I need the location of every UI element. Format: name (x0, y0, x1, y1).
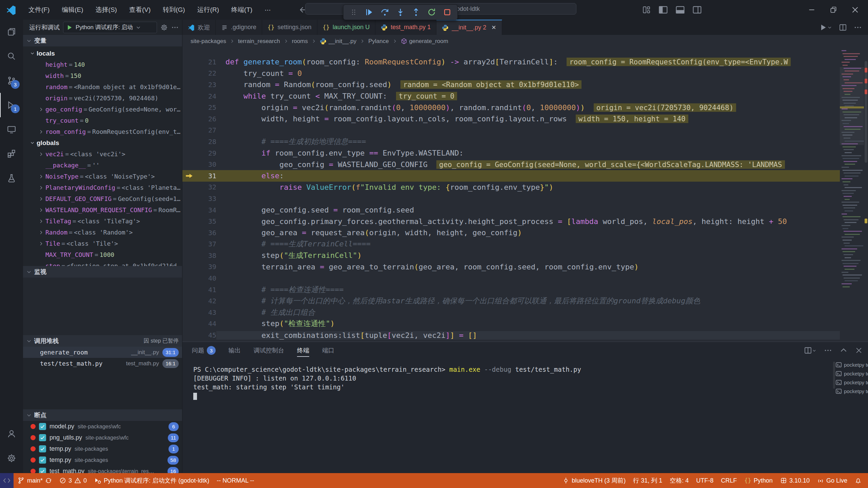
tab-[interactable]: 欢迎 (182, 20, 216, 35)
code-editor[interactable]: 21def generate_room(room_config: RoomReq… (182, 47, 868, 342)
maximize-panel-icon[interactable] (840, 346, 848, 354)
terminal-instance[interactable]: pocketpy te… (835, 388, 868, 394)
stop-icon[interactable] (440, 6, 454, 19)
panel-tab-端口[interactable]: 端口 (322, 342, 334, 359)
code-line-28[interactable]: 28 # ====生成初始地理信息==== (182, 136, 840, 147)
blame-info[interactable]: blueloveTH (3 周前) (559, 473, 629, 488)
close-tab-icon[interactable]: ✕ (491, 24, 496, 31)
code-line-27[interactable]: 27 (182, 125, 840, 136)
debug-config[interactable]: Python 调试程序: 启动文件 (godot-ldtk) (91, 473, 213, 488)
editor-scrollbar[interactable] (864, 47, 868, 342)
code-line-42[interactable]: 42 # 计算每一个出口的中心，然后使用astar生成路径，确保每一个出口组合都… (182, 295, 840, 307)
variables-group-locals[interactable]: locals (23, 48, 182, 59)
code-line-24[interactable]: 24 while try_count < MAX_TRY_COUNT:try_c… (182, 90, 840, 102)
run-python-file-icon[interactable] (819, 23, 832, 32)
activity-run-debug-icon[interactable]: 1 (0, 93, 23, 117)
activity-remote-window-icon[interactable] (0, 117, 23, 142)
restore-icon[interactable] (824, 2, 843, 18)
menu-item-r[interactable]: 运行(R) (192, 3, 224, 16)
split-terminal-icon[interactable] (804, 346, 816, 354)
breadcrumb-item[interactable]: terrain_research (238, 38, 280, 45)
step-into-icon[interactable] (394, 6, 407, 19)
variable-row[interactable]: width=150 (23, 70, 182, 81)
code-line-32[interactable]: 32 raise ValueError(f"Invalid env type: … (182, 182, 840, 193)
more-actions-icon[interactable] (171, 24, 179, 31)
menu-item-f[interactable]: 文件(F) (23, 3, 55, 16)
variables-section-header[interactable]: 变量 (23, 35, 182, 46)
code-line-41[interactable]: 41 # ====检查连通性==== (182, 284, 840, 296)
menu-item-[interactable]: ⋯ (259, 4, 276, 16)
variable-row[interactable]: DEFAULT_GEO_CONFIG=GeoConfig(seed=1… (23, 193, 182, 204)
breadcrumb-item[interactable]: site-packages (191, 38, 226, 45)
variable-row[interactable]: origin=vec2i(7205730, 9024468) (23, 93, 182, 104)
code-line-37[interactable]: 37 # ====生成TerrainCell==== (182, 239, 840, 250)
panel-tab-调试控制台[interactable]: 调试控制台 (254, 342, 284, 359)
remote-indicator[interactable] (0, 473, 14, 488)
terminal-instance[interactable]: pocketpy te… (835, 379, 868, 386)
code-line-25[interactable]: 25 origin = vec2i(random.randint(0, 1000… (182, 102, 840, 113)
activity-source-control-icon[interactable]: 3 (0, 68, 23, 93)
breakpoint-row[interactable]: temp.pysite-packages1 (23, 443, 182, 454)
debug-gear-icon[interactable] (160, 24, 168, 31)
code-line-40[interactable]: 40 (182, 272, 840, 284)
drag-grip-icon[interactable] (347, 6, 360, 19)
menu-item-e[interactable]: 编辑(E) (56, 3, 88, 16)
breakpoint-checkbox[interactable] (39, 423, 46, 430)
breakpoint-row[interactable]: test_math.pysite-packages\terrain_res…16 (23, 466, 182, 473)
breadcrumb-item[interactable]: rooms (292, 38, 308, 45)
toggle-panel-icon[interactable] (675, 5, 685, 15)
menu-item-s[interactable]: 选择(S) (90, 3, 122, 16)
activity-account-icon[interactable] (0, 422, 23, 446)
toggle-secondary-sidebar-icon[interactable] (692, 5, 702, 15)
code-line-36[interactable]: 36 geo_area = request_area(origin, width… (182, 227, 840, 239)
start-debug-icon[interactable] (66, 24, 73, 31)
code-line-34[interactable]: 34 geo_config.seed = room_config.seed (182, 204, 840, 216)
activity-settings-gear-icon[interactable] (0, 446, 23, 470)
language-mode[interactable]: {}Python (741, 473, 776, 488)
tab-settings.json[interactable]: {}settings.json (262, 20, 317, 35)
tab-test_math.py[interactable]: test_math.py 1 (375, 20, 436, 35)
breakpoint-checkbox[interactable] (39, 456, 46, 464)
code-line-43[interactable]: 43 # 生成出口组合 (182, 307, 840, 318)
variable-row[interactable]: MAX_TRY_COUNT=1000 (23, 249, 182, 260)
split-editor-icon[interactable] (839, 23, 847, 32)
panel-tab-输出[interactable]: 输出 (229, 342, 241, 359)
breakpoint-checkbox[interactable] (39, 445, 46, 452)
breakpoints-section-header[interactable]: 断点 (23, 409, 182, 421)
variable-row[interactable]: vec2i=<class 'vec2i'> (23, 148, 182, 160)
menu-item-v[interactable]: 查看(V) (124, 3, 156, 16)
variable-row[interactable]: Tile=<class 'Tile'> (23, 238, 182, 249)
go-live[interactable]: Go Live (813, 473, 851, 488)
continue-icon[interactable] (362, 6, 376, 19)
variable-row[interactable]: NoiseType=<class 'NoiseType'> (23, 171, 182, 182)
close-window-icon[interactable] (846, 2, 865, 18)
close-panel-icon[interactable] (855, 347, 863, 354)
debug-config-dropdown[interactable]: Python 调试程序: 启动 (63, 22, 157, 33)
python-version[interactable]: 3.10.10 (776, 473, 813, 488)
variable-row[interactable]: __package__='' (23, 160, 182, 171)
call-stack-section-header[interactable]: 调用堆栈 因 step 已暂停 (23, 335, 182, 347)
breadcrumb-item[interactable]: Pylance (368, 38, 389, 45)
notifications-bell[interactable] (851, 473, 865, 488)
tab-launch.json[interactable]: {}launch.json U (317, 20, 376, 35)
problems[interactable]: 30 (56, 473, 91, 488)
breadcrumb-item[interactable]: generate_room (401, 38, 448, 45)
variable-row[interactable]: TileTag=<class 'TileTag'> (23, 216, 182, 227)
minimize-icon[interactable] (802, 2, 821, 18)
variable-row[interactable]: room_config=RoomRequestConfig(env_t… (23, 126, 182, 137)
activity-testing-icon[interactable] (0, 166, 23, 190)
variable-row[interactable]: Random=<class 'Random'> (23, 227, 182, 238)
toggle-sidebar-icon[interactable] (658, 5, 668, 15)
code-line-22[interactable]: 22 try_count = 0 (182, 68, 840, 79)
variable-row[interactable]: stop=<function stop at 0x1bf9cd216d (23, 260, 182, 266)
code-line-21[interactable]: 21def generate_room(room_config: RoomReq… (182, 56, 840, 68)
code-line-35[interactable]: 35 geo_config.primary_forces.geothermal_… (182, 216, 840, 227)
breakpoint-checkbox[interactable] (39, 468, 46, 473)
stack-frame[interactable]: test/test_math.pytest_math.py16:1 (23, 358, 182, 369)
activity-search-icon[interactable] (0, 44, 23, 68)
panel-more-actions-icon[interactable] (824, 346, 832, 354)
variable-row[interactable]: WASTELAND_ROOM_REQUEST_CONFIG=RoomR… (23, 204, 182, 216)
activity-files-icon[interactable] (0, 20, 23, 44)
variable-row[interactable]: try_count=0 (23, 115, 182, 126)
eol[interactable]: CRLF (717, 473, 741, 488)
